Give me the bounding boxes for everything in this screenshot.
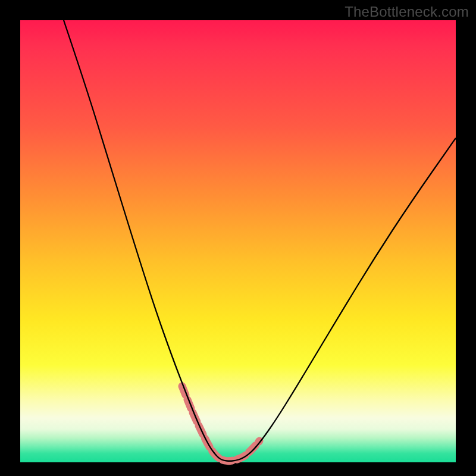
plot-area [20,20,456,462]
chart-frame: TheBottleneck.com [0,0,476,476]
valley-highlight-path [182,386,259,461]
watermark-text: TheBottleneck.com [345,4,469,20]
bottleneck-curve-path [64,20,456,461]
curve-layer [20,20,456,462]
